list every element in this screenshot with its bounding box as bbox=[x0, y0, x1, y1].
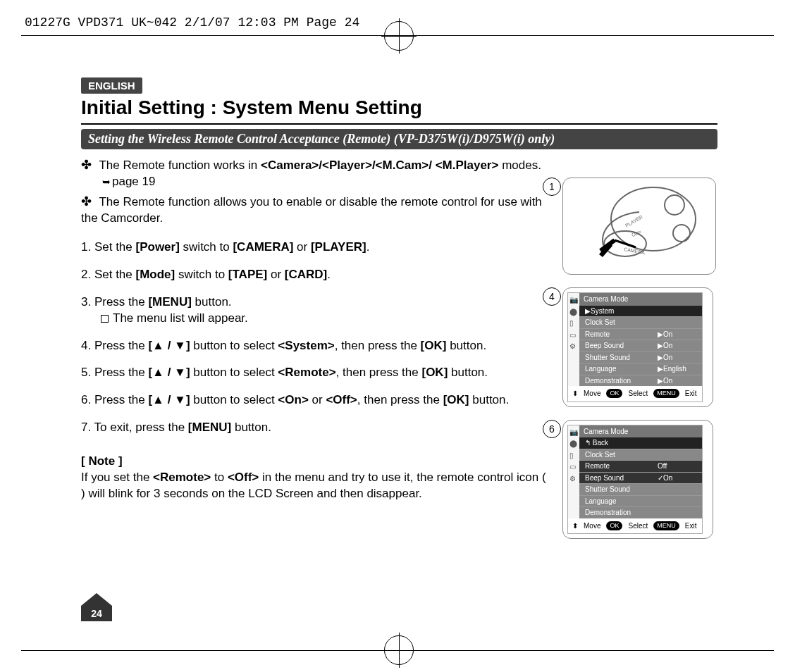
figure-1: 1 bbox=[562, 178, 717, 275]
menu-row: Shutter Sound▶On bbox=[579, 351, 702, 363]
page-number-badge: 24 bbox=[81, 602, 112, 623]
camera-power-switch-illustration: PLAYER OFF CAMERA bbox=[576, 184, 703, 268]
lcd-screen-remote-submenu: 📷 ⬤ ▯ ▭ ⚙ Camera Mode ↰ Back Clock SetR bbox=[567, 425, 703, 535]
updown-icon: ⬍ bbox=[572, 389, 578, 399]
page-title: Initial Setting : System Menu Setting bbox=[81, 97, 717, 119]
menu-icon-column: 📷 ⬤ ▯ ▭ ⚙ bbox=[568, 425, 579, 518]
video-icon: ▯ bbox=[569, 451, 578, 461]
menu-row: Beep Sound✓On bbox=[579, 472, 702, 484]
dial-label-player: PLAYER bbox=[624, 214, 643, 228]
menu-icon-column: 📷 ⬤ ▯ ▭ ⚙ bbox=[568, 293, 579, 386]
svg-point-1 bbox=[665, 195, 684, 215]
lcd-title: Camera Mode bbox=[579, 425, 702, 438]
step-2: 2. Set the [Mode] switch to [TAPE] or [C… bbox=[81, 267, 548, 283]
menu-row: Clock Set bbox=[579, 449, 702, 461]
svg-point-2 bbox=[673, 225, 690, 242]
menu-row: Remote▶On bbox=[579, 328, 702, 340]
figure-number: 6 bbox=[543, 420, 561, 438]
menu-row: Demonstration bbox=[579, 506, 702, 518]
figure-4: 4 📷 ⬤ ▯ ▭ ⚙ bbox=[562, 287, 717, 407]
registration-mark-icon bbox=[384, 21, 414, 51]
menu-row: Shutter Sound bbox=[579, 483, 702, 495]
step-4: 4. Press the [▲ / ▼] button to select <S… bbox=[81, 338, 548, 354]
gear-icon: ⚙ bbox=[569, 342, 578, 351]
menu-row: RemoteOff bbox=[579, 460, 702, 472]
display-icon: ▭ bbox=[569, 330, 578, 340]
menu-row: Language bbox=[579, 495, 702, 507]
lcd-footer: ⬍ Move OK Select MENU Exit bbox=[568, 386, 702, 402]
lcd-screen-system-menu: 📷 ⬤ ▯ ▭ ⚙ Camera Mode ▶System Clock Set bbox=[567, 292, 703, 402]
menu-pill: MENU bbox=[653, 389, 679, 398]
camera-mode-icon: 📷 bbox=[569, 295, 578, 305]
note-body: If you set the <Remote> to <Off> in the … bbox=[81, 470, 548, 502]
menu-pill: MENU bbox=[653, 521, 679, 530]
step-1: 1. Set the [Power] switch to [CAMERA] or… bbox=[81, 239, 548, 256]
body-text-column: ✤ The Remote function works in <Camera>/… bbox=[81, 156, 548, 552]
print-slug: 01227G VPD371 UK~042 2/1/07 12:03 PM Pag… bbox=[25, 15, 359, 30]
step-7: 7. To exit, press the [MENU] button. bbox=[81, 420, 548, 436]
registration-mark-icon bbox=[384, 635, 414, 665]
section-subhead: Setting the Wireless Remote Control Acce… bbox=[81, 129, 717, 149]
lcd-footer: ⬍ Move OK Select MENU Exit bbox=[568, 518, 702, 534]
ok-pill: OK bbox=[606, 521, 622, 530]
dial-label-camera: CAMERA bbox=[624, 247, 646, 255]
intro-line-1: ✤ The Remote function works in <Camera>/… bbox=[81, 156, 548, 190]
gear-icon: ⚙ bbox=[569, 474, 578, 484]
lcd-title: Camera Mode bbox=[579, 293, 702, 306]
video-icon: ▯ bbox=[569, 318, 578, 328]
menu-row: Beep Sound▶On bbox=[579, 340, 702, 351]
display-icon: ▭ bbox=[569, 462, 578, 472]
figure-number: 4 bbox=[543, 287, 561, 306]
step-3: 3. Press the [MENU] button. The menu lis… bbox=[81, 294, 548, 327]
updown-icon: ⬍ bbox=[572, 521, 578, 531]
figure-number: 1 bbox=[543, 178, 561, 196]
lcd-breadcrumb: ▶System bbox=[579, 306, 702, 317]
menu-row: Demonstration▶On bbox=[579, 375, 702, 387]
tool-icon: ⬤ bbox=[569, 439, 578, 449]
note-heading: [ Note ] bbox=[81, 454, 548, 470]
language-badge: ENGLISH bbox=[81, 77, 142, 94]
step-5: 5. Press the [▲ / ▼] button to select <R… bbox=[81, 365, 548, 381]
tool-icon: ⬤ bbox=[569, 307, 578, 317]
menu-row: Language▶English bbox=[579, 363, 702, 375]
lcd-breadcrumb: ↰ Back bbox=[579, 437, 702, 449]
divider bbox=[81, 123, 717, 125]
figure-column: 1 bbox=[562, 156, 717, 552]
intro-line-2: ✤ The Remote function allows you to enab… bbox=[81, 193, 548, 227]
ok-pill: OK bbox=[606, 389, 622, 398]
menu-row: Clock Set bbox=[579, 316, 702, 328]
step-6: 6. Press the [▲ / ▼] button to select <O… bbox=[81, 392, 548, 409]
camera-mode-icon: 📷 bbox=[569, 428, 578, 437]
figure-6: 6 📷 ⬤ ▯ ▭ ⚙ bbox=[562, 420, 717, 540]
